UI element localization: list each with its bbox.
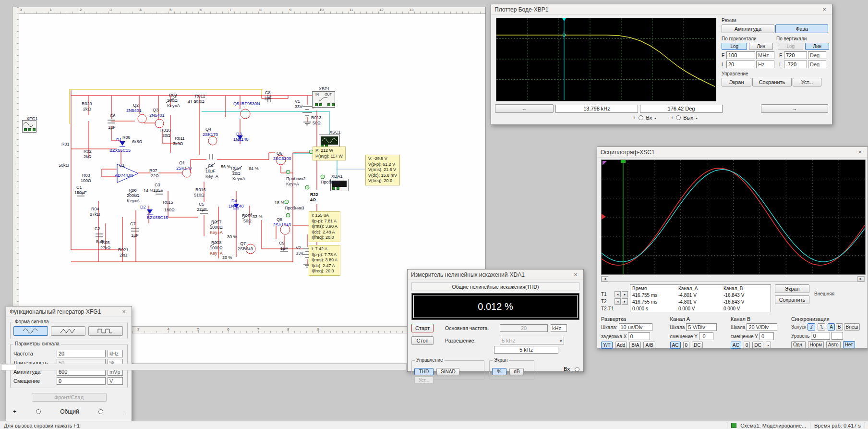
timebase-mode-button[interactable]: Add — [615, 342, 627, 349]
cursor-right-button[interactable]: ► — [622, 298, 628, 305]
timebase-offset-input[interactable]: 0 — [628, 332, 650, 340]
bode-h-f-unit[interactable]: MHz — [756, 51, 774, 59]
ruler-number: 4 — [167, 327, 169, 331]
thd-settings-button[interactable]: Уст... — [414, 377, 434, 384]
scope-external-label: Внешняя — [814, 291, 834, 312]
fgen-common-terminal[interactable] — [98, 409, 103, 414]
sinad-mode-button[interactable]: SINAD — [436, 368, 459, 375]
bode-h-i-unit[interactable]: Hz — [756, 61, 774, 68]
falling-edge-button[interactable] — [818, 323, 825, 331]
triangle-wave-button[interactable] — [51, 326, 85, 336]
bode-in-terminal[interactable] — [639, 115, 643, 120]
thd-titlebar[interactable]: Измеритель нелинейных искажений-XDA1 × — [408, 270, 583, 280]
oscilloscope-window: Осциллограф-XSC1 × ◄ ► T1◄►T2◄►T2-T1 Вре… — [597, 147, 868, 348]
thd-start-button[interactable]: Старт — [411, 324, 434, 332]
fgen-param-input[interactable]: 20 — [57, 350, 106, 357]
trigger-source-button[interactable]: Внеш — [844, 323, 860, 331]
bode-out-terminal[interactable] — [676, 115, 681, 120]
bode-h-f-input[interactable]: 100 — [726, 51, 755, 59]
thd-mode-button[interactable]: THD — [414, 368, 434, 375]
close-icon[interactable]: × — [820, 6, 829, 13]
bode-v-i-unit[interactable]: Deg — [808, 61, 826, 68]
cursor-right-button[interactable]: ► — [622, 291, 628, 297]
timebase-mode-button[interactable]: A/B — [643, 342, 655, 349]
trigger-mode-button[interactable]: Авто — [826, 341, 841, 348]
bode-plotter-window: Плоттер Боде-XBP1 × Режим Амплитуда Фаза… — [491, 4, 832, 125]
scope-scrollbar[interactable]: ◄ ► — [601, 276, 865, 282]
trigger-mode-button[interactable]: Одн. — [791, 341, 806, 348]
bode-v-f-unit[interactable]: Deg — [808, 51, 826, 59]
xda1-instrument-icon[interactable] — [330, 179, 349, 191]
thd-stop-button[interactable]: Стоп — [411, 336, 434, 345]
scope-screen-button[interactable]: Экран — [775, 284, 809, 293]
canvas-horizontal-scrollbar[interactable] — [0, 364, 406, 370]
close-icon[interactable]: × — [856, 148, 864, 156]
cursor-left-button[interactable]: ◄ — [615, 291, 621, 297]
sine-wave-button[interactable] — [13, 326, 48, 336]
trigger-level-input[interactable]: 0 — [811, 332, 830, 340]
fgen-plus-label: + — [13, 408, 16, 415]
bode-cursor-right-button[interactable]: → — [761, 104, 828, 113]
timebase-mode-button[interactable]: B/A — [629, 342, 641, 349]
channel-a-coupling-button[interactable]: AC — [670, 342, 681, 349]
channel-b-scale-input[interactable]: 20 V/Div — [747, 323, 777, 331]
fgen-param-input[interactable]: 0 — [57, 377, 106, 385]
bode-h-i-input[interactable]: 20 — [726, 61, 755, 68]
bode-screen-button[interactable]: Экран — [722, 78, 751, 86]
channel-b-coupling-button[interactable]: AC — [731, 342, 741, 349]
xsc1-instrument-icon[interactable] — [319, 135, 340, 149]
scroll-right-icon[interactable]: ► — [857, 276, 864, 282]
close-icon[interactable]: × — [120, 308, 128, 315]
cursor-left-button[interactable]: ◄ — [615, 298, 621, 305]
trigger-mode-button[interactable]: Норм — [808, 341, 824, 348]
bode-v-f-input[interactable]: 720 — [784, 51, 807, 59]
channel-a-coupling-button[interactable]: DC — [692, 342, 702, 349]
fgen-edge-button[interactable]: Фронт/Спад — [32, 393, 107, 402]
thd-in-terminal[interactable] — [575, 367, 579, 372]
scrollbar-thumb[interactable] — [1, 365, 16, 370]
bode-out-minus: - — [696, 115, 698, 121]
trigger-source-button[interactable]: A — [828, 323, 835, 331]
bode-horizontal-lin-button[interactable]: Лин — [749, 43, 773, 50]
timebase-mode-button[interactable]: Y/T — [601, 342, 613, 349]
percent-button[interactable]: % — [492, 368, 506, 375]
scroll-left-icon[interactable]: ◄ — [602, 276, 608, 282]
scope-titlebar[interactable]: Осциллограф-XSC1 × — [597, 147, 868, 158]
fgen-titlebar[interactable]: Функциональный генератор-XFG1 × — [6, 306, 132, 317]
fgen-plus-terminal[interactable] — [36, 409, 41, 414]
bode-vertical-lin-button[interactable]: Лин — [805, 43, 829, 50]
rising-edge-button[interactable] — [808, 323, 815, 331]
close-icon[interactable]: × — [571, 271, 580, 278]
xfg1-instrument-icon[interactable] — [22, 120, 36, 133]
timebase-scale-input[interactable]: 10 us/Div — [619, 323, 652, 331]
channel-b-coupling-button[interactable]: DC — [752, 342, 763, 349]
thd-resolution-select[interactable]: 5 kHz ▾ — [500, 337, 564, 344]
channel-b-coupling-button[interactable]: 0 — [744, 342, 750, 349]
bode-amplitude-button[interactable]: Амплитуда — [722, 25, 774, 33]
channel-a-scale-input[interactable]: 5 V/Div — [686, 323, 717, 331]
square-wave-button[interactable] — [88, 326, 123, 336]
bode-settings-button[interactable]: Уст... — [793, 78, 821, 86]
trigger-source-button[interactable]: B — [836, 323, 843, 331]
channel-a-coupling-button[interactable]: 0 — [683, 342, 690, 349]
channel-b-coupling-button[interactable]: - — [766, 342, 771, 349]
bode-horizontal-label: По горизонтали — [722, 36, 775, 41]
thd-resolution-option[interactable]: 5 kHz — [494, 346, 558, 354]
bode-v-i-input[interactable]: -720 — [784, 61, 807, 68]
channel-b-offset-input[interactable]: 0 — [760, 332, 774, 340]
bode-v-f-label: F — [779, 53, 783, 58]
bode-titlebar[interactable]: Плоттер Боде-XBP1 × — [491, 4, 832, 15]
trigger-mode-button[interactable]: Нет — [843, 341, 855, 348]
trigger-level-unit[interactable] — [832, 332, 843, 340]
bode-horizontal-log-button[interactable]: Log — [722, 43, 747, 50]
channel-a-title: Канал A — [670, 316, 728, 322]
bode-cursor-left-button[interactable]: ← — [495, 104, 554, 113]
db-button[interactable]: dB — [509, 368, 524, 375]
channel-a-offset-input[interactable]: -0 — [699, 332, 713, 340]
bode-phase-button[interactable]: Фаза — [775, 25, 828, 33]
thd-frequency-input[interactable]: 20 — [500, 324, 548, 332]
scope-save-button[interactable]: Сохранить — [775, 295, 809, 304]
bode-save-button[interactable]: Сохранить — [752, 78, 792, 86]
xbp1-instrument-icon[interactable]: INOUT — [312, 91, 335, 108]
bode-vertical-log-button[interactable]: Log — [778, 43, 803, 50]
